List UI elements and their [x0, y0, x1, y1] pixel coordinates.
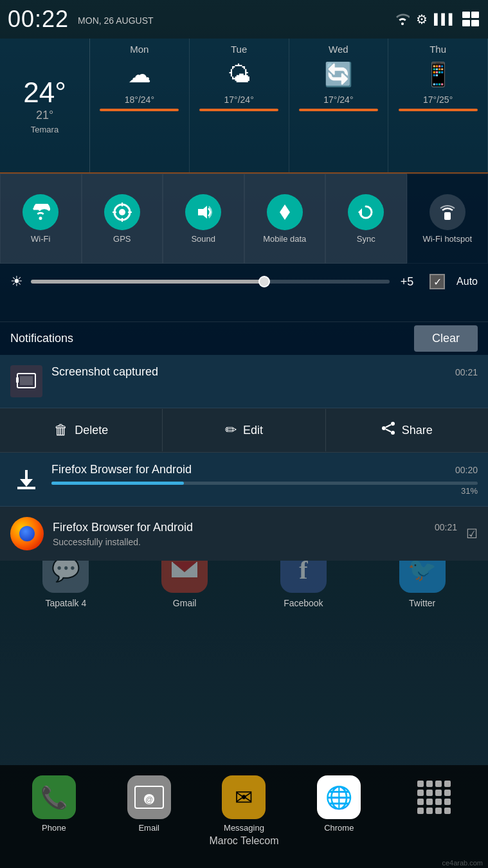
- firefox-download-content: Firefox Browser for Android 00:20 31%: [51, 463, 478, 496]
- qs-sound[interactable]: Sound: [163, 174, 244, 264]
- share-button[interactable]: Share: [326, 408, 488, 452]
- weather-day-thu: Thu 📱 17°/25°: [388, 39, 488, 172]
- signal-bars-icon: ▌▌▌: [434, 14, 456, 25]
- screenshot-icon: [10, 365, 42, 397]
- quick-settings: Wi-Fi GPS: [0, 174, 488, 321]
- messaging-icon: ✉: [222, 775, 266, 819]
- svg-marker-12: [280, 212, 290, 220]
- brightness-slider[interactable]: [31, 280, 390, 284]
- firefox-download-notif: Firefox Browser for Android 00:20 31%: [0, 453, 488, 507]
- svg-point-5: [119, 209, 125, 215]
- dock-apps: 📞 Phone @ Email ✉ Messaging 🌐 Chrome: [0, 765, 488, 833]
- share-icon: [381, 421, 395, 439]
- edit-button[interactable]: ✏ Edit: [163, 409, 325, 451]
- grid-icon: [462, 12, 480, 27]
- svg-point-15: [446, 213, 449, 215]
- svg-line-22: [386, 425, 391, 428]
- operator-name: Maroc Telecom: [209, 835, 278, 847]
- brightness-row: ☀ +5 ✓ Auto: [0, 264, 488, 300]
- delete-button[interactable]: 🗑 Delete: [0, 409, 163, 451]
- notifications-label: Notifications: [10, 332, 414, 345]
- hotspot-qs-icon: [429, 194, 465, 230]
- qs-mobiledata[interactable]: Mobile data: [244, 174, 326, 264]
- firefox-install-time: 00:21: [435, 522, 457, 532]
- svg-point-21: [391, 431, 395, 435]
- dock-email[interactable]: @ Email: [120, 775, 178, 833]
- svg-rect-1: [471, 12, 479, 18]
- dock-app-drawer[interactable]: [405, 775, 463, 833]
- install-check-icon: ☑: [466, 526, 478, 541]
- brightness-thumb: [258, 276, 270, 287]
- dock: 📞 Phone @ Email ✉ Messaging 🌐 Chrome: [0, 765, 488, 868]
- svg-text:@: @: [145, 795, 153, 804]
- qs-sync[interactable]: Sync: [325, 174, 407, 264]
- chrome-icon: 🌐: [317, 775, 361, 819]
- firefox-download-time: 00:20: [455, 465, 478, 475]
- current-weather: 24° 21° Temara: [0, 39, 90, 172]
- status-bar: 00:22 MON, 26 AUGUST ⚙ ▌▌▌: [0, 0, 488, 39]
- clock: 00:22: [8, 6, 69, 33]
- qs-wifi[interactable]: Wi-Fi: [0, 174, 82, 264]
- wifi-signal-icon: [395, 14, 410, 25]
- firefox-install-icon: [10, 517, 44, 550]
- screenshot-notif: Screenshot captured 00:21: [0, 355, 488, 408]
- sync-qs-icon: [348, 194, 384, 230]
- gear-icon[interactable]: ⚙: [416, 12, 428, 27]
- clear-button[interactable]: Clear: [414, 325, 478, 352]
- svg-rect-2: [462, 20, 470, 26]
- firefox-install-title: Firefox Browser for Android: [53, 521, 193, 534]
- svg-marker-11: [280, 204, 290, 212]
- weather-day-mon: Mon ☁ 18°/24°: [90, 39, 190, 172]
- svg-point-20: [382, 426, 386, 430]
- status-icons-right: ⚙ ▌▌▌: [395, 12, 480, 27]
- brightness-value: +5: [397, 275, 417, 289]
- current-temp-sub: 21°: [36, 109, 53, 122]
- screenshot-notif-time: 00:21: [455, 367, 478, 377]
- app-drawer-icon: [412, 775, 456, 819]
- firefox-download-title: Firefox Browser for Android: [51, 463, 192, 476]
- svg-rect-18: [16, 377, 19, 383]
- screenshot-notif-title: Screenshot captured: [51, 365, 158, 379]
- screenshot-action-bar: 🗑 Delete ✏ Edit Share: [0, 408, 488, 453]
- phone-icon: 📞: [32, 775, 76, 819]
- firefox-download-icon: [10, 463, 42, 495]
- edit-icon: ✏: [225, 422, 237, 439]
- qs-hotspot[interactable]: Wi-Fi hotspot: [407, 174, 489, 264]
- notification-header: Notifications Clear: [0, 321, 488, 355]
- mobiledata-qs-icon: [267, 194, 303, 230]
- notifications-area: Screenshot captured 00:21 🗑 Delete ✏ Edi…: [0, 355, 488, 561]
- auto-label: Auto: [456, 276, 478, 287]
- brightness-icon: ☀: [10, 273, 23, 290]
- current-temp: 24°: [23, 77, 66, 109]
- download-progress-bar: [51, 482, 478, 485]
- firefox-install-notif: Firefox Browser for Android 00:21 Succes…: [0, 507, 488, 561]
- svg-rect-26: [17, 487, 35, 489]
- dock-messaging[interactable]: ✉ Messaging: [215, 775, 273, 833]
- email-icon: @: [127, 775, 171, 819]
- svg-point-19: [391, 422, 395, 426]
- firefox-install-content: Firefox Browser for Android 00:21 Succes…: [53, 521, 457, 547]
- weather-strip: 24° 21° Temara Mon ☁ 18°/24° Tue 🌤 17°/2…: [0, 39, 488, 174]
- delete-label: Delete: [75, 424, 108, 437]
- svg-rect-0: [462, 12, 470, 18]
- date: MON, 26 AUGUST: [78, 15, 153, 26]
- qs-gps[interactable]: GPS: [82, 174, 163, 264]
- screenshot-notif-content: Screenshot captured 00:21: [51, 365, 478, 379]
- weather-day-tue: Tue 🌤 17°/24°: [190, 39, 289, 172]
- gps-qs-icon: [104, 194, 140, 230]
- download-progress-fill: [51, 482, 184, 485]
- svg-marker-25: [20, 479, 33, 487]
- svg-marker-10: [198, 206, 207, 219]
- auto-checkbox[interactable]: ✓: [429, 274, 445, 289]
- watermark: ce4arab.com: [442, 859, 483, 867]
- sound-qs-icon: [185, 194, 221, 230]
- svg-line-23: [386, 429, 391, 432]
- qs-icons-row: Wi-Fi GPS: [0, 174, 488, 264]
- dock-chrome[interactable]: 🌐 Chrome: [310, 775, 368, 833]
- svg-rect-3: [471, 20, 479, 26]
- dock-phone[interactable]: 📞 Phone: [25, 775, 83, 833]
- edit-label: Edit: [243, 424, 263, 437]
- firefox-install-body: Successfully installed.: [53, 537, 457, 547]
- wifi-qs-icon: [23, 194, 59, 230]
- delete-icon: 🗑: [54, 422, 68, 439]
